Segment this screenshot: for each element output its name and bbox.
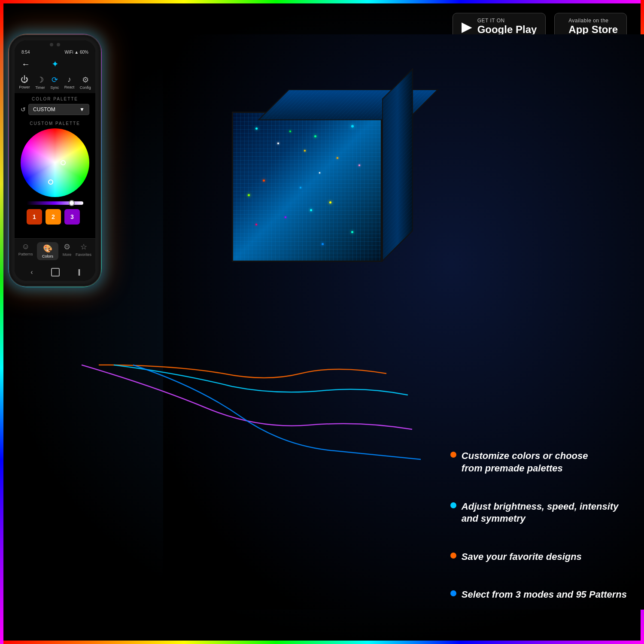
brightness-slider[interactable] bbox=[27, 201, 83, 205]
react-btn[interactable]: ♪ React bbox=[64, 75, 75, 90]
dropdown-arrow-icon: ▼ bbox=[79, 106, 85, 112]
cube-grid-right bbox=[383, 70, 412, 260]
gesture-home[interactable] bbox=[51, 268, 60, 276]
power-icon: ⏻ bbox=[21, 75, 28, 84]
control-bar: ⏻ Power ☽ Timer ⟳ Sync ♪ React ⚙ Confi bbox=[15, 72, 95, 93]
config-label: Config bbox=[80, 85, 91, 90]
feature-dot-4 bbox=[450, 590, 456, 596]
phone-wrapper: 8:54 WiFi ▲ 60% ← ✦ ⏻ Power ☽ Timer bbox=[9, 34, 101, 287]
phone-nav-logo: ✦ bbox=[34, 59, 76, 69]
custom-palette-label: CUSTOM PALETTE bbox=[21, 121, 89, 126]
favorites-label: Favorites bbox=[76, 252, 91, 257]
cube-face-front bbox=[232, 112, 382, 262]
phone-bottom-nav: ☺ Patterns 🎨 Colors ⚙ More ☆ Favorites bbox=[15, 238, 95, 264]
slider-thumb bbox=[69, 200, 75, 206]
google-play-label-small: GET IT ON bbox=[477, 18, 537, 24]
palette-selected-value: CUSTOM bbox=[33, 106, 55, 112]
palette-refresh-icon[interactable]: ↺ bbox=[21, 106, 26, 113]
color-wheel-container bbox=[21, 128, 89, 197]
camera-dot-left bbox=[50, 43, 53, 46]
phone-status-bar: 8:54 WiFi ▲ 60% bbox=[15, 49, 95, 56]
swatch-1[interactable]: 1 bbox=[27, 209, 42, 225]
phone-top-bar bbox=[15, 40, 95, 49]
swatch-3[interactable]: 3 bbox=[64, 209, 80, 225]
react-label: React bbox=[64, 85, 75, 89]
feature-text-1: Customize colors or choosefrom premade p… bbox=[462, 450, 588, 474]
rainbow-border-top bbox=[0, 0, 644, 3]
phone-gesture-bar: ‹ ||| bbox=[15, 264, 95, 281]
feature-3: Save your favorite designs bbox=[450, 551, 627, 563]
react-icon: ♪ bbox=[67, 75, 71, 84]
google-play-label-large: Google Play bbox=[477, 24, 537, 36]
phone-screen: 8:54 WiFi ▲ 60% ← ✦ ⏻ Power ☽ Timer bbox=[15, 40, 95, 281]
more-label: More bbox=[63, 252, 72, 257]
feature-text-3: Save your favorite designs bbox=[462, 551, 582, 563]
favorites-icon: ☆ bbox=[80, 242, 87, 252]
features-area: Customize colors or choosefrom premade p… bbox=[450, 450, 627, 601]
feature-dot-3 bbox=[450, 553, 456, 559]
timer-btn[interactable]: ☽ Timer bbox=[35, 75, 45, 90]
color-swatches: 1 2 3 bbox=[21, 207, 89, 227]
colors-label: Colors bbox=[42, 254, 53, 258]
nav-favorites[interactable]: ☆ Favorites bbox=[76, 242, 91, 260]
config-btn[interactable]: ⚙ Config bbox=[80, 75, 91, 90]
nav-colors[interactable]: 🎨 Colors bbox=[37, 242, 58, 260]
sync-btn[interactable]: ⟳ Sync bbox=[50, 75, 59, 90]
gesture-back[interactable]: ‹ bbox=[30, 268, 33, 276]
nav-more[interactable]: ⚙ More bbox=[63, 242, 72, 260]
palette-dropdown-row: ↺ CUSTOM ▼ bbox=[21, 104, 89, 115]
timer-icon: ☽ bbox=[37, 75, 44, 85]
phone-nav-bar: ← ✦ bbox=[15, 56, 95, 72]
power-btn[interactable]: ⏻ Power bbox=[19, 75, 30, 90]
feature-2: Adjust brightness, speed, intensityand s… bbox=[450, 501, 627, 525]
color-palette-section: COLOR PALETTE ↺ CUSTOM ▼ bbox=[15, 93, 95, 118]
brightness-slider-row bbox=[21, 200, 89, 207]
patterns-icon: ☺ bbox=[21, 242, 29, 251]
phone-time: 8:54 bbox=[21, 50, 30, 55]
feature-dot-1 bbox=[450, 452, 456, 458]
sync-label: Sync bbox=[50, 85, 59, 90]
more-icon: ⚙ bbox=[64, 242, 70, 252]
google-play-icon: ▶ bbox=[462, 20, 472, 33]
feature-dot-2 bbox=[450, 502, 456, 508]
feature-text-4: Select from 3 modes and 95 Patterns bbox=[462, 589, 627, 601]
gesture-recents[interactable]: ||| bbox=[78, 268, 79, 276]
power-label: Power bbox=[19, 85, 30, 89]
rainbow-border-left bbox=[0, 0, 3, 644]
led-cube bbox=[206, 69, 464, 292]
feature-4: Select from 3 modes and 95 Patterns bbox=[450, 589, 627, 601]
app-logo-icon: ✦ bbox=[52, 59, 59, 69]
sync-icon: ⟳ bbox=[52, 75, 58, 85]
colors-icon: 🎨 bbox=[43, 244, 52, 253]
app-store-label-large: App Store bbox=[568, 24, 618, 36]
wheel-cursor-1 bbox=[61, 160, 66, 165]
feature-text-2: Adjust brightness, speed, intensityand s… bbox=[462, 501, 619, 525]
timer-label: Timer bbox=[35, 85, 45, 90]
custom-palette-section: CUSTOM PALETTE 1 2 bbox=[15, 118, 95, 230]
color-wheel[interactable] bbox=[21, 128, 89, 197]
config-icon: ⚙ bbox=[82, 75, 89, 85]
color-palette-label: COLOR PALETTE bbox=[21, 97, 89, 101]
phone-outer: 8:54 WiFi ▲ 60% ← ✦ ⏻ Power ☽ Timer bbox=[9, 34, 101, 287]
camera-dot-right bbox=[57, 43, 60, 46]
led-dots-front bbox=[233, 113, 381, 261]
cube-face-right bbox=[382, 68, 413, 262]
nav-patterns[interactable]: ☺ Patterns bbox=[18, 242, 33, 260]
rainbow-border-bottom bbox=[0, 641, 644, 644]
palette-dropdown[interactable]: CUSTOM ▼ bbox=[28, 104, 89, 115]
swatch-2[interactable]: 2 bbox=[46, 209, 61, 225]
camera-dots bbox=[50, 43, 60, 46]
wheel-cursor-2 bbox=[48, 179, 53, 185]
feature-1: Customize colors or choosefrom premade p… bbox=[450, 450, 627, 474]
back-button[interactable]: ← bbox=[21, 59, 30, 69]
patterns-label: Patterns bbox=[18, 252, 33, 256]
app-store-label-small: Available on the bbox=[568, 18, 618, 24]
phone-signal: WiFi ▲ 60% bbox=[65, 50, 88, 55]
